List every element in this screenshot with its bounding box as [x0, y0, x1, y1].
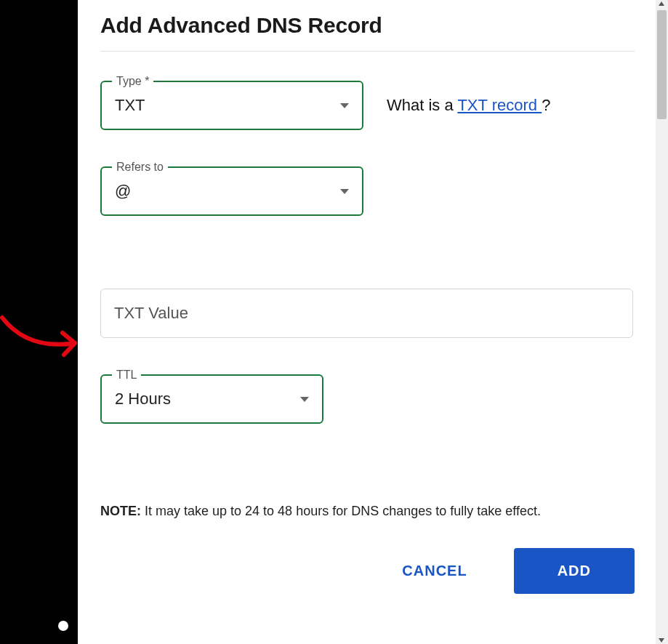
- refers-to-row: Refers to @: [100, 166, 635, 216]
- txt-value-placeholder: TXT Value: [114, 304, 188, 323]
- type-select[interactable]: Type * TXT: [100, 81, 363, 130]
- txt-record-link[interactable]: TXT record: [457, 96, 542, 114]
- scrollbar-track[interactable]: [656, 0, 668, 644]
- txt-value-input[interactable]: TXT Value: [100, 289, 633, 338]
- ttl-label: TTL: [112, 369, 141, 382]
- chevron-down-icon: [340, 189, 349, 194]
- note-label: NOTE:: [100, 504, 141, 518]
- type-value: TXT: [115, 96, 340, 115]
- sidebar-dot: [58, 621, 68, 631]
- scroll-down-icon[interactable]: [659, 638, 664, 643]
- type-row: Type * TXT What is a TXT record ?: [100, 81, 635, 130]
- help-prefix: What is a: [387, 96, 457, 114]
- note-body: It may take up to 24 to 48 hours for DNS…: [141, 504, 541, 518]
- scroll-thumb[interactable]: [657, 10, 667, 119]
- help-suffix: ?: [542, 96, 550, 114]
- chevron-down-icon: [340, 103, 349, 108]
- dialog-content: Add Advanced DNS Record Type * TXT What …: [100, 13, 635, 594]
- refers-to-select[interactable]: Refers to @: [100, 166, 363, 216]
- add-button[interactable]: ADD: [514, 548, 635, 594]
- ttl-row: TTL 2 Hours: [100, 374, 635, 424]
- refers-to-label: Refers to: [112, 161, 168, 174]
- type-label: Type *: [112, 75, 153, 88]
- title-divider: [100, 51, 635, 52]
- ttl-value: 2 Hours: [115, 390, 300, 408]
- type-help-text: What is a TXT record ?: [387, 96, 550, 115]
- cancel-button[interactable]: CANCEL: [396, 555, 472, 587]
- button-row: CANCEL ADD: [100, 548, 635, 594]
- ttl-select[interactable]: TTL 2 Hours: [100, 374, 323, 424]
- note-text: NOTE: It may take up to 24 to 48 hours f…: [100, 504, 635, 519]
- dialog-title: Add Advanced DNS Record: [100, 13, 635, 38]
- chevron-down-icon: [300, 397, 309, 402]
- txt-value-row: TXT Value: [100, 289, 635, 338]
- refers-to-value: @: [115, 182, 340, 201]
- sidebar-black-region: [0, 0, 78, 644]
- scroll-up-icon[interactable]: [659, 1, 664, 6]
